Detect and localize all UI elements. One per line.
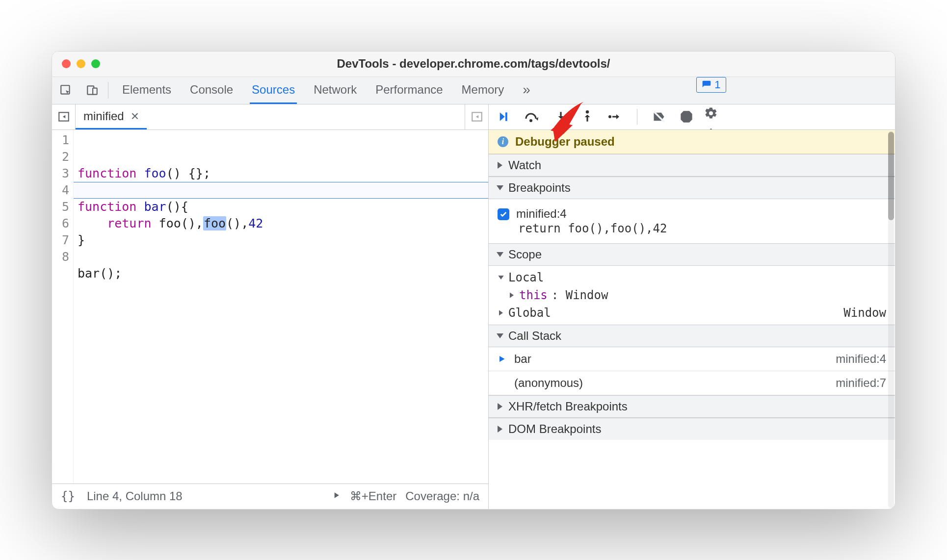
info-icon: i — [498, 136, 508, 147]
scrollbar-thumb[interactable] — [888, 132, 894, 220]
scope-global-row[interactable]: Global Window — [494, 304, 890, 322]
tab-elements[interactable]: Elements — [120, 77, 173, 104]
titlebar: DevTools - developer.chrome.com/tags/dev… — [52, 51, 895, 77]
scope-this-row[interactable]: this: Window — [494, 286, 890, 304]
chevron-right-icon — [498, 426, 502, 433]
coverage-status: Coverage: n/a — [405, 489, 479, 503]
deactivate-breakpoints-icon[interactable] — [652, 110, 666, 124]
svg-rect-8 — [505, 112, 507, 121]
tab-sources[interactable]: Sources — [250, 77, 297, 104]
devtools-window: DevTools - developer.chrome.com/tags/dev… — [52, 51, 895, 509]
callstack-section-body: bar minified:4 (anonymous) minified:7 — [489, 347, 895, 395]
breakpoint-item[interactable]: minified:4 return foo(),foo(),42 — [498, 203, 886, 239]
scope-section-body: Local this: Window Global Window — [489, 266, 895, 325]
chevron-down-icon — [498, 276, 503, 280]
breakpoint-location: minified:4 — [516, 207, 667, 221]
code-area[interactable]: function foo() {}; function bar(){ retur… — [74, 130, 488, 484]
run-shortcut: ⌘+Enter — [350, 489, 396, 503]
scope-local-row[interactable]: Local — [494, 269, 890, 286]
maximize-window-button[interactable] — [91, 59, 100, 68]
banner-text: Debugger paused — [515, 135, 615, 149]
traffic-lights — [52, 59, 100, 68]
dom-breakpoints-section-header[interactable]: DOM Breakpoints — [489, 418, 895, 440]
line-gutter: 1 2 3 4 5 6 7 8 — [52, 130, 74, 484]
chevron-down-icon — [497, 333, 503, 338]
chevron-right-icon — [498, 162, 502, 169]
panel-tabs: Elements Console Sources Network Perform… — [120, 77, 532, 104]
close-tab-icon[interactable]: × — [131, 108, 139, 124]
pretty-print-icon[interactable]: {} — [61, 489, 75, 503]
chevron-down-icon — [497, 252, 503, 257]
close-window-button[interactable] — [62, 59, 71, 68]
tab-performance[interactable]: Performance — [373, 77, 445, 104]
debugger-scroll[interactable]: i Debugger paused Watch Breakpoints — [489, 130, 895, 509]
minimize-window-button[interactable] — [77, 59, 85, 68]
tab-memory[interactable]: Memory — [460, 77, 506, 104]
chevron-right-icon — [498, 403, 502, 410]
breakpoint-checkbox[interactable] — [498, 208, 509, 220]
debugger-toolbar — [489, 104, 895, 130]
resume-icon[interactable] — [496, 109, 510, 124]
scrollbar[interactable] — [888, 131, 894, 508]
svg-rect-0 — [61, 85, 69, 94]
highlighted-token: foo — [203, 216, 226, 230]
debugger-paused-banner: i Debugger paused — [489, 130, 895, 154]
editor-statusbar: {} Line 4, Column 18 ⌘+Enter Coverage: n… — [52, 484, 488, 509]
code-editor[interactable]: 1 2 3 4 5 6 7 8 function foo() {}; funct… — [52, 130, 488, 484]
callstack-frame[interactable]: (anonymous) minified:7 — [489, 371, 895, 395]
callstack-frame[interactable]: bar minified:4 — [489, 347, 895, 371]
svg-rect-2 — [93, 88, 97, 95]
svg-point-10 — [559, 120, 563, 124]
step-icon[interactable] — [607, 109, 622, 124]
watch-section-header[interactable]: Watch — [489, 154, 895, 177]
xhr-breakpoints-section-header[interactable]: XHR/fetch Breakpoints — [489, 395, 895, 418]
device-toggle-icon[interactable] — [83, 81, 101, 99]
sources-editor-pane: minified × 1 2 3 4 5 6 7 8 fu — [52, 104, 489, 509]
file-tab-label: minified — [83, 109, 124, 123]
tab-console[interactable]: Console — [188, 77, 235, 104]
current-frame-icon — [498, 355, 507, 363]
navigator-toggle-icon[interactable] — [52, 104, 76, 129]
file-tab-minified[interactable]: minified × — [76, 104, 147, 129]
svg-point-12 — [608, 115, 611, 118]
chevron-right-icon — [499, 310, 503, 315]
file-tabbar: minified × — [52, 104, 488, 130]
inspect-icon[interactable] — [57, 81, 75, 99]
pause-exceptions-icon[interactable] — [680, 110, 693, 124]
svg-point-11 — [586, 110, 589, 114]
callstack-section-header[interactable]: Call Stack — [489, 325, 895, 347]
scope-section-header[interactable]: Scope — [489, 243, 895, 266]
chevron-right-icon — [510, 292, 514, 298]
step-over-icon[interactable] — [524, 109, 541, 124]
breakpoints-section-header[interactable]: Breakpoints — [489, 177, 895, 199]
breakpoint-code: return foo(),foo(),42 — [518, 222, 667, 235]
tab-more[interactable]: » — [521, 77, 532, 104]
issues-count: 1 — [714, 78, 720, 91]
breakpoints-section-body: minified:4 return foo(),foo(),42 — [489, 199, 895, 243]
debugger-pane: i Debugger paused Watch Breakpoints — [489, 104, 895, 509]
tab-network[interactable]: Network — [312, 77, 359, 104]
svg-point-9 — [529, 119, 532, 122]
window-title: DevTools - developer.chrome.com/tags/dev… — [52, 57, 895, 71]
main-toolbar: Elements Console Sources Network Perform… — [52, 77, 895, 104]
run-snippet-icon[interactable] — [465, 104, 488, 129]
issues-chip[interactable]: 1 — [696, 77, 726, 93]
step-into-icon[interactable] — [554, 109, 567, 124]
chevron-down-icon — [497, 185, 503, 190]
step-out-icon[interactable] — [581, 109, 594, 124]
cursor-position: Line 4, Column 18 — [87, 489, 183, 503]
run-icon[interactable] — [331, 489, 341, 503]
